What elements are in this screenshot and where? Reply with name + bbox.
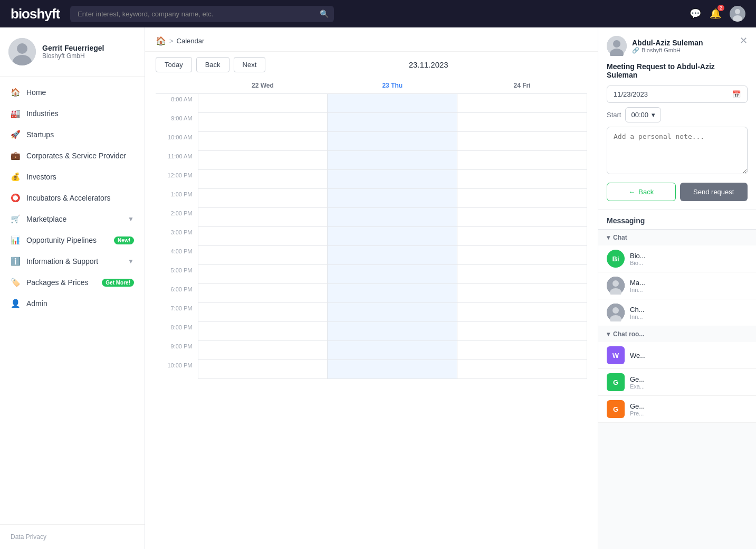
start-time-selector[interactable]: 00:00 ▾ [625,107,661,122]
notifications-icon[interactable]: 🔔 2 [710,8,721,20]
data-privacy-link[interactable]: Data Privacy [0,524,145,549]
cal-cell-thu[interactable] [328,265,457,284]
cal-cell-wed[interactable] [198,170,328,189]
meeting-title: Meeting Request to Abdul-Aziz Suleman [607,62,748,79]
cal-cell-fri[interactable] [457,227,587,246]
cal-cell-fri[interactable] [457,265,587,284]
cal-cell-thu[interactable] [328,284,457,303]
cal-cell-wed[interactable] [198,303,328,322]
room-item-info: Ge... Exa... [630,375,645,390]
cal-cell-fri[interactable] [457,113,587,132]
table-row: 1:00 PM [156,189,587,208]
cal-cell-fri[interactable] [457,94,587,113]
room-item-ge2[interactable]: G Ge... Pre... [598,396,756,423]
investors-icon: 💰 [11,172,20,182]
room-item-w[interactable]: W We... [598,342,756,369]
today-button[interactable]: Today [156,57,192,72]
cal-cell-thu[interactable] [328,208,457,227]
col-thu-header: 23 Thu [328,78,457,94]
sidebar-item-packages[interactable]: 🏷️ Packages & Prices Get More! [0,272,145,293]
next-button[interactable]: Next [234,57,266,72]
logo[interactable]: bioshyft [11,6,60,22]
table-row: 8:00 AM [156,94,587,113]
sidebar-item-industries[interactable]: 🏭 Industries [0,103,145,124]
room-item-ge1[interactable]: G Ge... Exa... [598,369,756,396]
chat-rooms-section-header[interactable]: ▾ Chat roo... [598,326,756,342]
user-avatar-img [730,6,745,22]
close-button[interactable]: ✕ [740,36,748,45]
cal-cell-thu[interactable] [328,246,457,265]
cal-cell-fri[interactable] [457,341,587,360]
topnav: bioshyft 🔍 💬 🔔 2 [0,0,756,27]
user-avatar[interactable] [730,6,745,22]
chat-item-ch[interactable]: Ch... Inn... [598,299,756,326]
chat-item-name: Bio... [630,252,646,260]
cal-cell-thu[interactable] [328,170,457,189]
cal-cell-wed[interactable] [198,341,328,360]
cal-cell-thu[interactable] [328,151,457,170]
industries-icon: 🏭 [11,109,20,118]
time-slot: 6:00 PM [156,284,198,303]
sidebar-item-home[interactable]: 🏠 Home [0,82,145,103]
cal-cell-thu[interactable] [328,322,457,341]
cal-cell-wed[interactable] [198,265,328,284]
cal-cell-thu[interactable] [328,132,457,151]
cal-cell-wed[interactable] [198,284,328,303]
cal-cell-wed[interactable] [198,113,328,132]
sidebar-item-startups[interactable]: 🚀 Startups [0,124,145,145]
cal-cell-wed[interactable] [198,208,328,227]
cal-cell-fri[interactable] [457,360,587,379]
table-row: 10:00 PM [156,360,587,379]
sidebar-item-marketplace[interactable]: 🛒 Marketplace ▼ [0,209,145,230]
calendar-table: 22 Wed 23 Thu 24 Fri 8:00 AM 9:00 AM 10:… [156,78,587,379]
cal-cell-wed[interactable] [198,94,328,113]
cal-cell-wed[interactable] [198,189,328,208]
cal-cell-wed[interactable] [198,246,328,265]
cal-cell-fri[interactable] [457,132,587,151]
personal-note-textarea[interactable] [607,127,748,174]
chat-item-ma[interactable]: Ma... Inn... [598,272,756,299]
cal-cell-fri[interactable] [457,322,587,341]
sidebar-item-admin[interactable]: 👤 Admin [0,293,145,314]
cal-cell-fri[interactable] [457,189,587,208]
sidebar-item-investors[interactable]: 💰 Investors [0,166,145,187]
time-slot: 8:00 PM [156,322,198,341]
sidebar-item-incubators[interactable]: ⭕ Incubators & Accelerators [0,187,145,209]
search-input[interactable] [70,6,334,22]
cal-cell-fri[interactable] [457,246,587,265]
cal-cell-thu[interactable] [328,113,457,132]
send-request-button[interactable]: Send request [680,183,748,201]
cal-cell-fri[interactable] [457,151,587,170]
cal-cell-thu[interactable] [328,227,457,246]
cal-cell-fri[interactable] [457,284,587,303]
back-button[interactable]: Back [196,57,229,72]
home-breadcrumb-icon[interactable]: 🏠 [156,36,166,46]
cal-cell-wed[interactable] [198,227,328,246]
breadcrumb-separator: > [169,37,174,45]
cal-cell-thu[interactable] [328,360,457,379]
cal-cell-wed[interactable] [198,360,328,379]
cal-cell-fri[interactable] [457,303,587,322]
time-slot: 4:00 PM [156,246,198,265]
date-field[interactable]: 11/23/2023 📅 [607,86,748,103]
cal-cell-wed[interactable] [198,151,328,170]
time-slot: 8:00 AM [156,94,198,113]
cal-cell-wed[interactable] [198,322,328,341]
back-meeting-button[interactable]: ← Back [607,183,676,201]
chat-item-name: Ma... [630,279,645,287]
cal-cell-thu[interactable] [328,189,457,208]
sidebar-item-label: Industries [26,109,134,118]
sidebar-item-pipelines[interactable]: 📊 Opportunity Pipelines New! [0,230,145,251]
cal-cell-thu[interactable] [328,94,457,113]
sidebar-item-corporates[interactable]: 💼 Corporates & Service Provider [0,145,145,166]
cal-cell-thu[interactable] [328,341,457,360]
cal-cell-wed[interactable] [198,132,328,151]
cal-cell-fri[interactable] [457,170,587,189]
cal-cell-fri[interactable] [457,208,587,227]
sidebar-item-infosupport[interactable]: ℹ️ Information & Support ▼ [0,251,145,272]
chat-item-bio[interactable]: Bi Bio... Bio... [598,245,756,272]
table-row: 9:00 PM [156,341,587,360]
cal-cell-thu[interactable] [328,303,457,322]
messages-icon[interactable]: 💬 [690,8,701,20]
chat-section-header[interactable]: ▾ Chat [598,230,756,245]
